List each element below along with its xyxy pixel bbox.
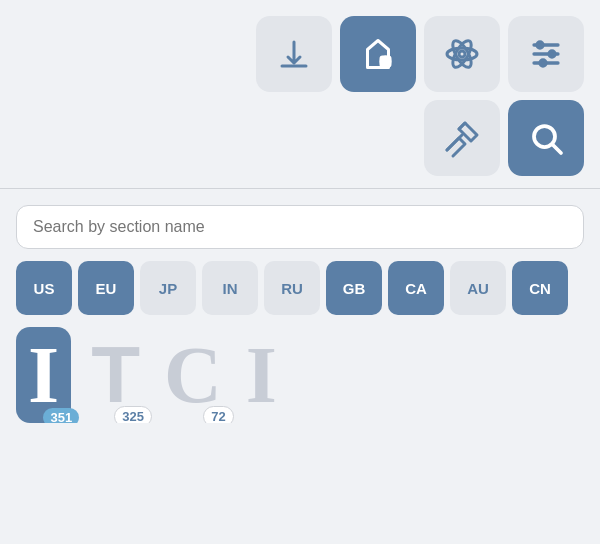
font-glyph-4: I [246,335,277,415]
svg-point-13 [540,60,546,66]
font-preview-row: I 351 T 325 C 72 I [0,315,600,423]
region-tab-jp[interactable]: JP [140,261,196,315]
region-tab-au[interactable]: AU [450,261,506,315]
font-item-4[interactable]: I [242,327,281,423]
region-tabs: US EU JP IN RU GB CA AU CN [0,261,600,315]
svg-point-12 [549,51,555,57]
atom-button[interactable] [424,16,500,92]
edit-button[interactable] [424,100,500,176]
svg-line-17 [553,145,561,153]
region-tab-us[interactable]: US [16,261,72,315]
svg-point-11 [537,42,543,48]
region-tab-ca[interactable]: CA [388,261,444,315]
search-button[interactable] [508,100,584,176]
font-count-1: 351 [43,408,79,423]
search-section [0,193,600,261]
region-tab-eu[interactable]: EU [78,261,134,315]
font-glyph-1: I [28,335,59,415]
region-tab-ru[interactable]: RU [264,261,320,315]
font-glyph-2: T [91,335,140,415]
font-glyph-3: C [164,335,222,415]
search-input[interactable] [16,205,584,249]
region-tab-gb[interactable]: GB [326,261,382,315]
region-tab-cn[interactable]: CN [512,261,568,315]
font-count-2: 325 [114,406,152,423]
svg-point-4 [459,51,465,57]
svg-line-15 [459,123,465,129]
download-button[interactable] [256,16,332,92]
font-item-2[interactable]: T 325 [87,327,144,423]
font-item-1[interactable]: I 351 [16,327,71,423]
region-tab-in[interactable]: IN [202,261,258,315]
divider [0,188,600,189]
sliders-button[interactable] [508,16,584,92]
font-item-3[interactable]: C 72 [160,327,226,423]
toolbar-row1 [0,0,600,184]
shapes-button[interactable] [340,16,416,92]
font-count-3: 72 [203,406,233,423]
